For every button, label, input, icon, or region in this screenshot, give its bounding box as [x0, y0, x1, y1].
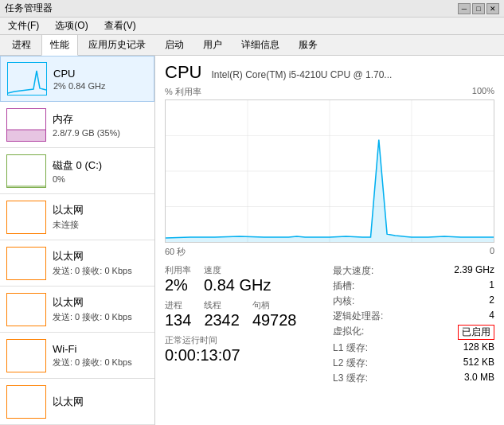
eth0-mini-graph: [6, 201, 46, 234]
logical-value: 4: [489, 310, 494, 323]
stat-row-sockets: 插槽: 1: [333, 279, 494, 293]
process-thread-row: 进程 134 线程 2342 句柄 49728: [165, 299, 326, 329]
uptime-label: 正常运行时间: [165, 334, 240, 346]
thread-value: 2342: [204, 311, 240, 329]
stat-row-virt: 虚拟化: 已启用: [333, 325, 494, 340]
handle-stat: 句柄 49728: [252, 299, 297, 329]
eth1-info: 以太网 发送: 0 接收: 0 Kbps: [53, 249, 132, 277]
tab-details[interactable]: 详细信息: [232, 34, 288, 55]
speed-stat: 速度 0.84 GHz: [204, 264, 271, 294]
process-value: 134: [165, 311, 191, 329]
left-panel: CPU 2% 0.84 GHz 内存 2.8/7.9 GB (35%): [0, 56, 155, 425]
sidebar-item-memory[interactable]: 内存 2.8/7.9 GB (35%): [0, 102, 154, 148]
sidebar-item-eth2[interactable]: 以太网 发送: 0 接收: 0 Kbps: [0, 287, 154, 333]
stat-row-logical: 逻辑处理器: 4: [333, 310, 494, 323]
eth2-mini-graph: [6, 293, 46, 326]
uptime-value: 0:00:13:07: [165, 346, 240, 365]
stat-row-l2: L2 缓存: 512 KB: [333, 357, 494, 370]
eth0-value: 未连接: [53, 219, 84, 231]
right-panel: CPU Intel(R) Core(TM) i5-4210U CPU @ 1.7…: [155, 56, 504, 425]
close-button[interactable]: ✕: [486, 3, 499, 14]
maximize-button[interactable]: □: [472, 3, 485, 14]
cpu-value: 2% 0.84 GHz: [53, 81, 105, 91]
chart-time: 60 秒 0: [165, 246, 494, 258]
left-stats: 利用率 2% 速度 0.84 GHz 进程 134 线程: [165, 264, 326, 385]
eth3-name: 以太网: [53, 395, 84, 409]
eth1-name: 以太网: [53, 249, 132, 263]
svg-rect-0: [7, 130, 45, 141]
right-stats: 最大速度: 2.39 GHz 插槽: 1 内核: 2 逻辑处理器: 4 虚拟化:: [326, 264, 494, 385]
stats-area: 利用率 2% 速度 0.84 GHz 进程 134 线程: [165, 264, 494, 385]
speed-value: 0.84 GHz: [204, 276, 271, 294]
handle-label: 句柄: [252, 299, 297, 311]
virt-value: 已启用: [458, 325, 494, 340]
right-header: CPU Intel(R) Core(TM) i5-4210U CPU @ 1.7…: [165, 62, 494, 83]
l2-label: L2 缓存:: [333, 357, 368, 370]
virt-label: 虚拟化:: [333, 325, 364, 340]
cpu-info: CPU 2% 0.84 GHz: [53, 68, 105, 91]
l1-value: 128 KB: [463, 341, 494, 355]
menu-view[interactable]: 查看(V): [100, 18, 141, 34]
disk-name: 磁盘 0 (C:): [53, 158, 102, 173]
title-bar: 任务管理器 ─ □ ✕: [0, 0, 504, 18]
process-label: 进程: [165, 299, 191, 311]
maxspeed-label: 最大速度:: [333, 264, 373, 278]
cores-label: 内核:: [333, 294, 354, 308]
thread-stat: 线程 2342: [204, 299, 240, 329]
tab-users[interactable]: 用户: [194, 34, 231, 55]
logical-label: 逻辑处理器:: [333, 310, 383, 323]
eth2-value: 发送: 0 接收: 0 Kbps: [53, 311, 132, 323]
time-label-left: 60 秒: [165, 246, 186, 258]
panel-title: CPU: [165, 62, 201, 83]
tab-process[interactable]: 进程: [3, 34, 40, 55]
disk-info: 磁盘 0 (C:) 0%: [53, 158, 102, 184]
cpu-mini-graph: [7, 62, 47, 96]
minimize-button[interactable]: ─: [458, 3, 471, 14]
wifi-value: 发送: 0 接收: 0 Kbps: [53, 357, 132, 368]
mem-info: 内存 2.8/7.9 GB (35%): [53, 112, 120, 138]
time-label-right: 0: [490, 246, 494, 258]
sidebar-item-cpu[interactable]: CPU 2% 0.84 GHz: [0, 56, 154, 102]
cores-value: 2: [489, 294, 494, 308]
eth3-mini-graph: [6, 385, 46, 419]
sockets-value: 1: [489, 279, 494, 293]
stat-row-l1: L1 缓存: 128 KB: [333, 341, 494, 355]
util-label: 利用率: [165, 264, 191, 276]
title-bar-buttons: ─ □ ✕: [458, 3, 499, 14]
panel-subtitle: Intel(R) Core(TM) i5-4210U CPU @ 1.70...: [211, 69, 392, 80]
eth0-name: 以太网: [53, 203, 84, 217]
uptime-row: 正常运行时间 0:00:13:07: [165, 334, 326, 365]
menu-options[interactable]: 选项(O): [50, 18, 92, 34]
sidebar-item-disk[interactable]: 磁盘 0 (C:) 0%: [0, 148, 154, 194]
eth3-info: 以太网: [53, 395, 84, 409]
sidebar-item-eth3[interactable]: 以太网: [0, 379, 154, 425]
l3-value: 3.0 MB: [464, 372, 494, 385]
tab-history[interactable]: 应用历史记录: [80, 34, 154, 55]
util-value: 2%: [165, 276, 191, 294]
util-stat: 利用率 2%: [165, 264, 191, 294]
mem-name: 内存: [53, 112, 120, 127]
tab-startup[interactable]: 启动: [156, 34, 193, 55]
tab-bar: 进程 性能 应用历史记录 启动 用户 详细信息 服务: [0, 35, 504, 56]
tab-services[interactable]: 服务: [290, 34, 326, 55]
stat-row-cores: 内核: 2: [333, 294, 494, 308]
maxspeed-value: 2.39 GHz: [454, 264, 494, 278]
eth2-name: 以太网: [53, 295, 132, 310]
eth1-value: 发送: 0 接收: 0 Kbps: [53, 265, 132, 277]
main-content: CPU 2% 0.84 GHz 内存 2.8/7.9 GB (35%): [0, 56, 504, 425]
tab-performance[interactable]: 性能: [41, 34, 78, 56]
util-speed-row: 利用率 2% 速度 0.84 GHz: [165, 264, 326, 294]
wifi-info: Wi-Fi 发送: 0 接收: 0 Kbps: [53, 343, 132, 368]
process-stat: 进程 134: [165, 299, 191, 329]
menu-file[interactable]: 文件(F): [3, 18, 44, 34]
speed-label: 速度: [204, 264, 271, 276]
cpu-name: CPU: [53, 68, 105, 80]
thread-label: 线程: [204, 299, 240, 311]
handle-value: 49728: [252, 311, 297, 329]
disk-value: 0%: [53, 174, 102, 184]
mem-mini-graph: [6, 108, 46, 142]
mem-value: 2.8/7.9 GB (35%): [53, 128, 120, 138]
sidebar-item-eth0[interactable]: 以太网 未连接: [0, 194, 154, 240]
sidebar-item-eth1[interactable]: 以太网 发送: 0 接收: 0 Kbps: [0, 240, 154, 287]
sidebar-item-wifi[interactable]: Wi-Fi 发送: 0 接收: 0 Kbps: [0, 333, 154, 379]
